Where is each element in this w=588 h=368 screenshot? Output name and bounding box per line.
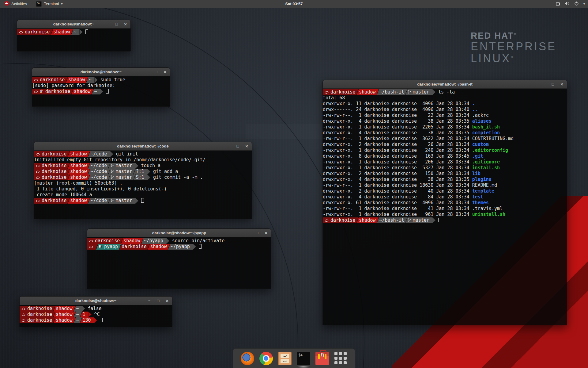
- close-button[interactable]: ×: [265, 229, 267, 237]
- terminal-line: drwxrwxr-x. 4 darknoise darknoise 84 Jan…: [323, 194, 567, 200]
- minimize-button[interactable]: −: [148, 297, 151, 305]
- terminal-content[interactable]: darknoiseshadow~: [17, 29, 130, 51]
- terminal-window-bash-it: darknoise@shadow:~/bash-it −□× darknoise…: [322, 80, 567, 325]
- ls-row-meta: -rw-rw-r--. 1 darknoise darknoise 41 Jan…: [323, 206, 472, 211]
- terminal-line: -rw-rw-r--. 1 darknoise darknoise 41 Jan…: [323, 206, 567, 212]
- activities-button[interactable]: Activities: [2, 0, 29, 8]
- prompt-segment: shadow: [66, 77, 88, 83]
- close-button[interactable]: ×: [560, 80, 563, 89]
- close-button[interactable]: ×: [164, 68, 166, 76]
- prompt-arrow-cap: [432, 89, 435, 95]
- files-icon[interactable]: [278, 352, 292, 365]
- terminal-content[interactable]: darknoiseshadow~/bash-itmasterls -latota…: [323, 89, 567, 325]
- maximize-button[interactable]: □: [155, 68, 157, 76]
- terminal-cursor: [106, 89, 109, 94]
- ls-row-meta: drwx------. 24 darknoise darknoise 4096 …: [323, 107, 472, 112]
- terminal-line: -rwxrwxr-x. 1 darknoise darknoise 206 Ja…: [323, 159, 567, 165]
- ls-row-filename: test: [472, 194, 483, 200]
- terminal-dock-icon[interactable]: $>: [297, 352, 310, 365]
- window-titlebar[interactable]: darknoise@shadow:~ −□×: [17, 20, 130, 29]
- app-grid-icon[interactable]: [334, 352, 348, 365]
- ls-row-filename: .gitignore: [472, 159, 500, 165]
- minimize-button[interactable]: −: [146, 68, 149, 76]
- prompt-segment: ?:1: [134, 169, 147, 174]
- window-titlebar[interactable]: darknoise@shadow:~ −□×: [32, 68, 170, 76]
- window-title: darknoise@shadow:~/pyapp: [152, 231, 206, 235]
- prompt-segment: darknoise: [34, 174, 70, 180]
- prompt-segment: shadow: [68, 151, 90, 157]
- close-button[interactable]: ×: [124, 20, 127, 29]
- terminal-content[interactable]: darknoiseshadow~/codegit initInitialized…: [34, 151, 252, 219]
- maximize-button[interactable]: □: [236, 142, 239, 151]
- terminal-line: drwxrwxr-x. 4 darknoise darknoise 38 Jan…: [323, 118, 567, 124]
- terminal-line: drwx------. 24 darknoise darknoise 4096 …: [323, 107, 567, 113]
- prompt-arrow-cap: [147, 169, 150, 174]
- prompt-segment: darknoise: [20, 312, 55, 317]
- toolbox-icon[interactable]: [315, 352, 329, 365]
- prompt-segment: shadow: [68, 198, 90, 204]
- branding-enterprise: ENTERPRISE: [471, 41, 556, 53]
- app-menu-label: Terminal: [44, 2, 59, 6]
- prompt-arrow-cap: [193, 244, 196, 250]
- close-button[interactable]: ×: [166, 297, 168, 305]
- close-button[interactable]: ×: [245, 142, 248, 151]
- prompt-segment: shadow: [356, 217, 379, 223]
- window-titlebar[interactable]: darknoise@shadow:~/pyapp −□×: [87, 229, 271, 237]
- prompt-segment: ~/code: [88, 169, 110, 174]
- window-title: darknoise@shadow:~: [53, 22, 94, 26]
- prompt-segment: ~/code: [88, 163, 110, 169]
- power-icon: [574, 1, 579, 7]
- prompt-segment: shadow: [148, 244, 170, 250]
- chrome-icon[interactable]: [259, 352, 273, 365]
- maximize-button[interactable]: □: [115, 20, 118, 29]
- prompt-segment: [87, 244, 98, 250]
- ls-row-meta: drwxrwxr-x. 4 darknoise darknoise 84 Jan…: [323, 194, 472, 200]
- prompt-segment: 130: [80, 317, 94, 323]
- prompt-segment: master: [108, 198, 135, 204]
- system-status-area[interactable]: ▾: [556, 0, 585, 8]
- command-text: git init: [116, 151, 138, 157]
- terminal-content[interactable]: darknoiseshadow~sudo true[sudo] password…: [32, 76, 170, 106]
- prompt-segment: shadow: [121, 238, 143, 244]
- maximize-button[interactable]: □: [256, 229, 258, 237]
- tool: [320, 353, 322, 356]
- ls-row-meta: drwxrwxr-x. 2 darknoise darknoise 150 Ja…: [323, 171, 472, 176]
- terminal-content[interactable]: darknoiseshadow~falsedarknoiseshadow~1^C…: [20, 305, 172, 327]
- minimize-button[interactable]: −: [228, 142, 230, 151]
- ls-row-filename: install.sh: [472, 165, 500, 171]
- terminal-line: darknoiseshadow~/bash-itmasterls -la: [323, 89, 567, 95]
- minimize-button[interactable]: −: [543, 80, 545, 89]
- tool: [322, 353, 324, 356]
- command-text: ^C: [94, 312, 100, 317]
- terminal-line: darknoiseshadow~/codegit init: [34, 151, 252, 157]
- terminal-line: -rwxrwxr-x. 1 darknoise darknoise 5327 J…: [323, 165, 567, 171]
- ls-row-meta: drwxrwxr-x. 61 darknoise darknoise 4096 …: [323, 200, 472, 205]
- minimize-button[interactable]: −: [107, 20, 109, 29]
- terminal-content[interactable]: darknoiseshadow~/pyappsource bin/activat…: [87, 237, 271, 289]
- prompt-segment: pyapp: [96, 244, 121, 250]
- top-bar: Activities $> Terminal ▾ Sat 03:57 ▾: [0, 0, 588, 8]
- prompt-segment: shadow: [356, 89, 379, 95]
- drawer: [281, 354, 289, 358]
- terminal-line: drwxrwxr-x. 2 darknoise darknoise 26 Jan…: [323, 142, 567, 148]
- terminal-line: darknoiseshadow~: [17, 29, 130, 35]
- window-titlebar[interactable]: darknoise@shadow:~ −□×: [20, 297, 172, 305]
- window-titlebar[interactable]: darknoise@shadow:~/code −□×: [34, 142, 252, 151]
- maximize-button[interactable]: □: [552, 80, 554, 89]
- window-titlebar[interactable]: darknoise@shadow:~/bash-it −□×: [323, 80, 567, 89]
- prompt-segment: darknoise: [32, 77, 68, 83]
- minimize-button[interactable]: −: [247, 229, 250, 237]
- terminal-line: darknoiseshadow~false: [20, 306, 172, 312]
- ls-row-filename: lib: [472, 171, 481, 176]
- prompt-segment: darknoise: [20, 317, 55, 323]
- app-menu-terminal[interactable]: $> Terminal ▾: [34, 0, 64, 8]
- prompt-segment: ~/bash-it: [377, 89, 407, 95]
- clock[interactable]: Sat 03:57: [285, 2, 303, 6]
- prompt-segment: ~/bash-it: [377, 217, 407, 223]
- terminal-line: darknoiseshadow~/codemaster: [34, 198, 252, 204]
- firefox-icon[interactable]: [241, 352, 254, 365]
- maximize-button[interactable]: □: [157, 297, 159, 305]
- terminal-window-home-1: darknoise@shadow:~ −□× darknoiseshadow~: [17, 20, 131, 52]
- terminal-line: drwxrwxr-x. 2 darknoise darknoise 40 Jan…: [323, 188, 567, 194]
- ls-row-filename: template: [472, 188, 494, 194]
